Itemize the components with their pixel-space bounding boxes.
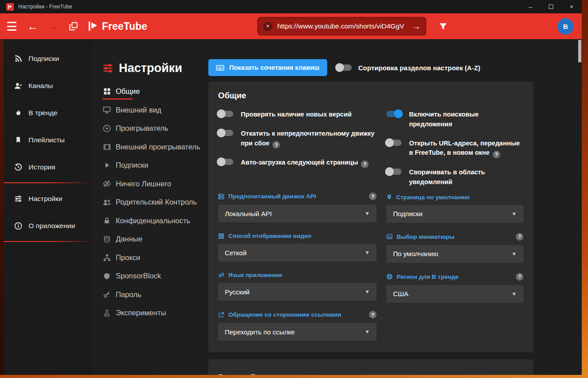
chevron-down-icon: ▼ — [511, 291, 517, 297]
autoload-next-page-toggle[interactable]: Авто-загрузка следующей страницы? — [218, 158, 377, 168]
settings-nav-player[interactable]: Проигрыватель — [102, 119, 208, 138]
sidebar-item-channels[interactable]: Каналы — [4, 72, 93, 99]
select-label: Способ отображения видео — [228, 233, 311, 239]
settings-nav-external-player[interactable]: Внешний проигрыватель — [102, 138, 208, 157]
help-icon[interactable]: ? — [516, 233, 523, 241]
default-page-select[interactable]: Подписки ▼ — [386, 205, 523, 223]
sidebar-item-settings[interactable]: Настройки — [4, 185, 93, 212]
settings-nav-experimental[interactable]: Эксперименты — [102, 304, 208, 322]
default-page-group: Страница по умолчанию Подписки ▼ — [386, 194, 523, 223]
toggle-knob — [394, 109, 403, 118]
new-window-icon[interactable] — [69, 22, 78, 31]
toggle-switch[interactable] — [386, 111, 401, 117]
flask-icon — [102, 310, 111, 317]
show-shortcuts-button[interactable]: Показать сочетания клавиш — [208, 59, 327, 76]
back-icon[interactable]: ← — [27, 20, 38, 33]
toolbar: ← → FreeTube × https://www.youtube.com/s… — [0, 13, 582, 39]
toggle-switch[interactable] — [386, 169, 401, 175]
toggle-knob — [385, 167, 394, 176]
toggle-switch[interactable] — [337, 64, 352, 71]
fallback-engine-toggle[interactable]: Откатить к непредпочтительному движку пр… — [218, 129, 377, 149]
open-urls-new-window-toggle[interactable]: Открыть URL-адреса, переданные в FreeTub… — [386, 139, 523, 159]
check-updates-toggle[interactable]: Проверять наличие новых версий — [218, 110, 377, 120]
trending-region-group: Регион для В тренде ? США ▼ — [386, 273, 523, 303]
sort-sections-toggle[interactable]: Сортировка разделов настроек (A-Z) — [337, 64, 480, 72]
external-links-select[interactable]: Переходить по ссылке ▼ — [218, 323, 377, 341]
network-icon — [102, 254, 111, 261]
sidebar-item-about[interactable]: О приложении — [4, 212, 93, 239]
select-label: Язык приложения — [228, 272, 282, 278]
sidebar-item-label: О приложении — [28, 222, 75, 230]
appearance-card-title: Внешний вид — [218, 373, 523, 375]
url-text[interactable]: https://www.youtube.com/shorts/viD4GgV — [277, 22, 404, 30]
sidebar-item-label: Подписки — [28, 55, 59, 63]
help-icon[interactable]: ? — [369, 193, 377, 200]
sidebar-item-playlists[interactable]: Плейлисты — [4, 126, 93, 153]
settings-nav-theme[interactable]: Внешний вид — [102, 101, 208, 120]
settings-nav-data[interactable]: Данные — [102, 230, 208, 249]
appearance-settings-card: Внешний вид — [208, 359, 533, 375]
toggle-switch[interactable] — [218, 111, 233, 117]
close-button[interactable]: × — [561, 0, 582, 13]
settings-nav-proxy[interactable]: Прокси — [102, 249, 208, 267]
video-layout-select[interactable]: Сеткой ▼ — [218, 244, 377, 261]
sidebar-divider — [4, 182, 93, 183]
app-language-select[interactable]: Русский ▼ — [218, 283, 377, 301]
scrollbar-thumb[interactable] — [578, 40, 581, 62]
freetube-window: Настройки - FreeTube – × ← → FreeTube × … — [0, 0, 582, 375]
key-icon — [102, 291, 111, 298]
help-icon[interactable]: ? — [272, 141, 280, 149]
settings-nav-parental-control[interactable]: Родительский Контроль — [102, 193, 208, 212]
clear-url-icon[interactable]: × — [263, 22, 272, 31]
app-body: Подписки Каналы В тренде Плейлисты Истор… — [0, 39, 582, 375]
toggle-switch[interactable] — [218, 130, 233, 136]
settings-nav-sponsorblock[interactable]: SponsorBlock — [102, 267, 208, 286]
settings-nav-subscriptions[interactable]: Подписки — [102, 156, 208, 175]
monitor-icon — [102, 106, 111, 114]
select-value: США — [393, 290, 409, 298]
window-controls: – × — [520, 0, 582, 13]
show-shortcuts-label: Показать сочетания клавиш — [229, 64, 320, 71]
toggle-knob — [385, 138, 394, 147]
help-icon[interactable]: ? — [361, 161, 369, 168]
toggle-switch[interactable] — [218, 159, 233, 165]
forward-icon[interactable]: → — [48, 20, 59, 33]
freetube-logo-icon — [88, 21, 98, 32]
help-icon[interactable]: ? — [516, 273, 523, 281]
settings-nav-label: Эксперименты — [116, 309, 166, 317]
maximize-button[interactable] — [541, 0, 561, 13]
toggle-knob — [217, 129, 226, 137]
sidebar-item-history[interactable]: История — [4, 153, 93, 181]
sidebar-item-trending[interactable]: В тренде — [4, 99, 93, 126]
sidebar-item-subscriptions[interactable]: Подписки — [4, 45, 93, 72]
url-bar[interactable]: × https://www.youtube.com/shorts/viD4GgV… — [257, 17, 426, 36]
settings-nav-password[interactable]: Пароль — [102, 286, 208, 304]
go-arrow-icon[interactable]: → — [412, 21, 421, 32]
profile-avatar[interactable]: B — [557, 18, 574, 35]
settings-nav-distraction-free[interactable]: Ничего Лишнего — [102, 175, 208, 193]
search-suggestions-toggle[interactable]: Включить поисковые предложения — [386, 110, 523, 129]
menu-icon[interactable] — [7, 21, 16, 32]
toggle-switch[interactable] — [386, 140, 401, 146]
freetube-logo[interactable]: FreeTube — [88, 20, 147, 32]
minimize-button[interactable]: – — [520, 0, 541, 13]
filter-icon[interactable] — [439, 22, 447, 31]
settings-nav-label: Данные — [116, 235, 142, 243]
language-icon — [218, 272, 224, 278]
settings-nav-general[interactable]: Общие — [102, 82, 208, 101]
settings-nav-privacy[interactable]: Конфиденциальность — [102, 212, 208, 230]
general-settings-card: Общие Проверять наличие новых версий Отк… — [208, 82, 533, 352]
settings-nav-label: Проигрыватель — [116, 124, 168, 133]
settings-nav-label: Конфиденциальность — [116, 217, 190, 225]
toggle-label: Авто-загрузка следующей страницы? — [241, 158, 369, 168]
thumbnail-select[interactable]: По умолчанию ▼ — [386, 245, 523, 263]
help-icon[interactable]: ? — [369, 311, 377, 318]
film-icon — [102, 143, 111, 151]
settings-nav-label: Родительский Контроль — [116, 198, 197, 206]
trending-region-select[interactable]: США ▼ — [386, 285, 523, 303]
minimize-to-tray-toggle[interactable]: Сворачивать в область уведомлений — [386, 168, 523, 187]
scrollbar[interactable] — [578, 39, 582, 375]
help-icon[interactable]: ? — [493, 151, 500, 158]
preferred-api-select[interactable]: Локальный API ▼ — [218, 205, 377, 222]
sidebar-item-label: В тренде — [28, 109, 57, 117]
